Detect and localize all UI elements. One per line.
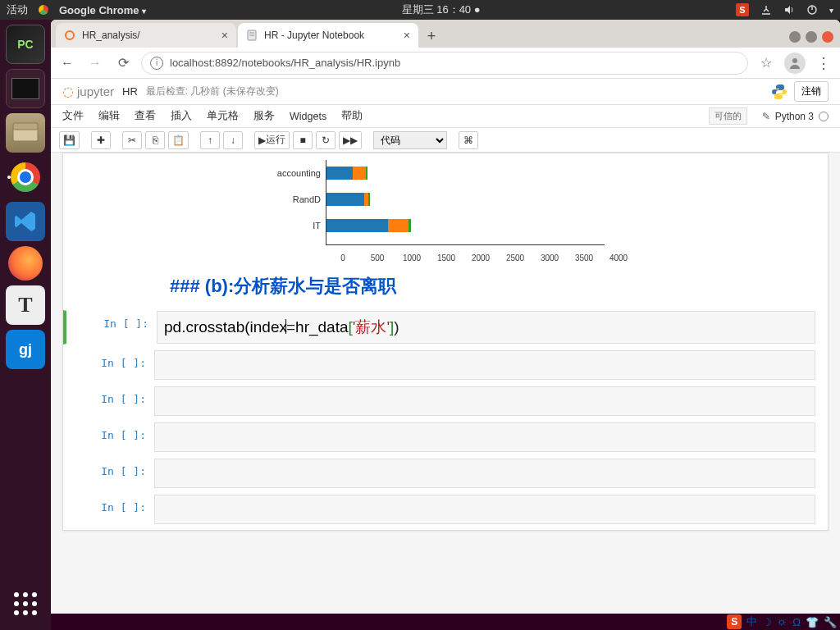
edit-icon: ✎ — [762, 111, 770, 122]
launcher-text-editor[interactable]: T — [6, 285, 45, 325]
menu-file[interactable]: 文件 — [62, 109, 84, 123]
copy-button[interactable]: ⎘ — [145, 131, 165, 149]
profile-avatar-icon[interactable] — [784, 52, 806, 74]
run-button[interactable]: ▶ 运行 — [254, 131, 290, 149]
new-tab-button[interactable]: + — [420, 25, 443, 48]
restart-run-button[interactable]: ▶▶ — [339, 131, 362, 149]
svg-point-4 — [66, 31, 74, 39]
kernel-status-icon — [819, 112, 829, 121]
site-info-icon[interactable]: i — [150, 57, 163, 70]
power-icon[interactable] — [806, 4, 818, 16]
network-icon[interactable] — [760, 4, 772, 16]
launcher-terminal[interactable] — [6, 69, 45, 108]
cell-prompt: In [ ]: — [64, 386, 154, 416]
reload-button[interactable]: ⟳ — [113, 53, 133, 73]
menu-help[interactable]: 帮助 — [341, 109, 363, 123]
restart-button[interactable]: ↻ — [316, 131, 336, 149]
chart-plot-area — [326, 160, 605, 245]
launcher-apps-grid-icon[interactable] — [9, 587, 42, 620]
url-text: localhost:8892/notebooks/HR_analysis/HR.… — [170, 57, 400, 69]
active-app-label[interactable]: Google Chrome ▾ — [59, 4, 146, 16]
system-menu-chevron-icon[interactable]: ▾ — [829, 6, 833, 15]
tab-close-icon[interactable]: × — [404, 29, 410, 42]
code-input[interactable] — [154, 386, 815, 416]
notebook-area[interactable]: accounting RandD IT 0 500 1000 1500 — [51, 153, 840, 614]
paste-button[interactable]: 📋 — [168, 131, 189, 149]
window-close-icon[interactable] — [822, 31, 833, 43]
back-button[interactable]: ← — [57, 53, 77, 73]
launcher-archive[interactable] — [6, 113, 45, 153]
ime-item[interactable]: 中 — [746, 614, 757, 629]
chart-output: accounting RandD IT 0 500 1000 1500 — [63, 153, 828, 262]
clock[interactable]: 星期三 16：40 ● — [146, 2, 736, 17]
jupyter-toolbar: 💾 ✚ ✂ ⎘ 📋 ↑ ↓ ▶ 运行 ■ ↻ ▶▶ 代码 ⌘ — [51, 128, 840, 153]
save-button[interactable]: 💾 — [59, 131, 80, 149]
ime-item[interactable]: 👕 — [806, 616, 819, 628]
code-cell[interactable]: In [ ]: — [63, 458, 828, 489]
gnome-top-bar: 活动 Google Chrome ▾ 星期三 16：40 ● S ▾ — [0, 0, 840, 20]
chart-ylabel: IT — [313, 212, 321, 239]
window-maximize-icon[interactable] — [806, 31, 817, 43]
ime-item[interactable]: ☽ — [762, 616, 772, 628]
sogou-ime-icon[interactable]: S — [736, 3, 749, 16]
forward-button[interactable]: → — [85, 53, 105, 73]
menu-widgets[interactable]: Widgets — [290, 111, 326, 122]
ime-item[interactable]: 🔧 — [824, 616, 837, 628]
browser-tab[interactable]: HR_analysis/ × — [56, 23, 236, 48]
code-cell[interactable]: In [ ]: — [63, 386, 828, 417]
chart-ylabel: RandD — [293, 186, 321, 212]
launcher-pycharm[interactable]: PC — [6, 25, 45, 64]
svg-point-8 — [792, 58, 797, 63]
notebook-title[interactable]: HR — [122, 85, 138, 98]
interrupt-button[interactable]: ■ — [293, 131, 313, 149]
volume-icon[interactable] — [783, 4, 795, 16]
menu-cell[interactable]: 单元格 — [207, 109, 239, 123]
add-cell-button[interactable]: ✚ — [91, 131, 111, 149]
jupyter-logo[interactable]: ◌ jupyter — [62, 84, 114, 99]
chrome-menu-icon[interactable]: ⋮ — [814, 53, 833, 73]
bookmark-star-icon[interactable]: ☆ — [756, 53, 776, 73]
launcher-chrome[interactable] — [6, 158, 45, 197]
code-cell[interactable]: In [ ]: pd.crosstab(index=hr_data['薪水']) — [63, 310, 828, 345]
celltype-select[interactable]: 代码 — [373, 131, 447, 149]
activities-button[interactable]: 活动 — [7, 2, 28, 17]
launcher-dictionary[interactable]: gj — [6, 330, 45, 369]
sogou-icon[interactable]: S — [727, 614, 742, 629]
code-input[interactable] — [154, 350, 815, 380]
code-input[interactable] — [154, 459, 815, 488]
jupyter-menubar: 文件 编辑 查看 插入 单元格 服务 Widgets 帮助 可信的 ✎ Pyth… — [51, 105, 840, 128]
code-cell[interactable]: In [ ]: — [63, 349, 828, 381]
browser-tab[interactable]: HR - Jupyter Notebook × — [238, 23, 418, 48]
command-palette-button[interactable]: ⌘ — [459, 131, 478, 149]
cell-prompt: In [ ]: — [64, 422, 154, 452]
menu-insert[interactable]: 插入 — [171, 109, 192, 123]
markdown-cell[interactable]: ### (b):分析薪水与是否离职 — [63, 262, 828, 310]
cut-button[interactable]: ✂ — [122, 131, 142, 149]
tab-close-icon[interactable]: × — [221, 29, 228, 42]
ime-item[interactable]: ⛭ — [777, 616, 788, 628]
omnibox[interactable]: i localhost:8892/notebooks/HR_analysis/H… — [141, 52, 748, 75]
logout-button[interactable]: 注销 — [794, 81, 829, 102]
menu-view[interactable]: 查看 — [135, 109, 156, 123]
code-cell[interactable]: In [ ]: — [63, 422, 828, 453]
jupyter-header: ◌ jupyter HR 最后检查: 几秒前 (未保存改变) 注销 — [51, 79, 840, 105]
cell-prompt: In [ ]: — [64, 459, 154, 488]
chrome-indicator-icon — [38, 4, 49, 16]
code-input[interactable] — [154, 422, 815, 452]
kernel-indicator[interactable]: ✎ Python 3 — [762, 111, 829, 122]
menu-kernel[interactable]: 服务 — [253, 109, 275, 123]
trusted-indicator[interactable]: 可信的 — [709, 107, 747, 125]
menu-edit[interactable]: 编辑 — [98, 109, 120, 123]
code-cell[interactable]: In [ ]: — [63, 494, 828, 525]
launcher-vscode[interactable] — [6, 202, 45, 241]
ime-tray[interactable]: S 中 ☽ ⛭ Ω 👕 🔧 — [727, 614, 837, 630]
code-input[interactable]: pd.crosstab(index=hr_data['薪水']) — [157, 311, 815, 344]
code-input[interactable] — [154, 495, 815, 524]
ime-item[interactable]: Ω — [792, 616, 801, 628]
move-up-button[interactable]: ↑ — [200, 131, 220, 149]
chart-ylabel: accounting — [277, 160, 321, 186]
launcher-firefox[interactable] — [8, 246, 43, 281]
python-logo-icon — [771, 84, 788, 100]
window-minimize-icon[interactable] — [789, 31, 801, 43]
move-down-button[interactable]: ↓ — [223, 131, 243, 149]
